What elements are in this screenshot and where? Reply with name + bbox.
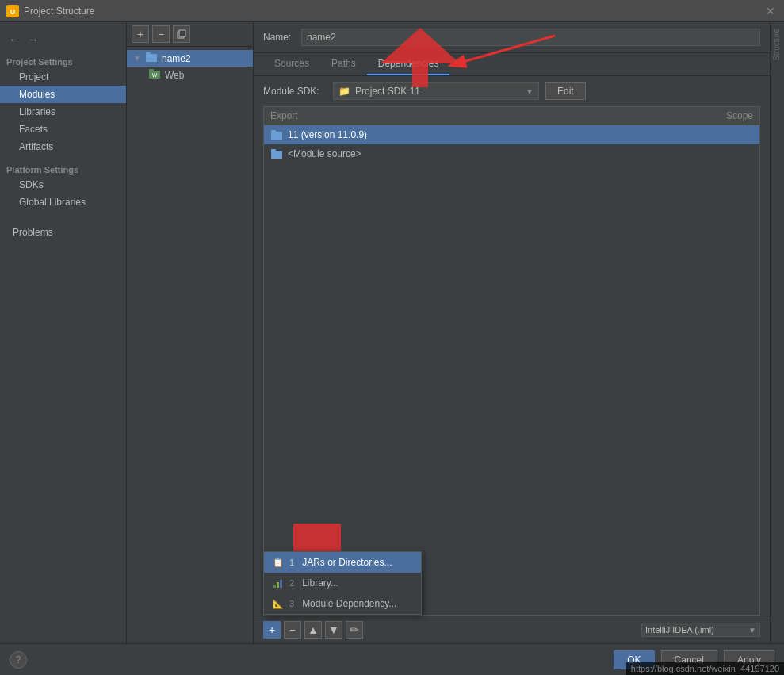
tabs-bar: Sources Paths Dependencies: [254, 53, 770, 76]
row-icon: [270, 148, 283, 160]
dependencies-table: Export Scope 11 (version 11.0.9): [263, 106, 760, 616]
dropdown-item-library[interactable]: 2 Library...: [264, 573, 421, 593]
library-label: Library...: [302, 577, 338, 589]
name-bar: Name:: [254, 22, 770, 53]
tab-sources[interactable]: Sources: [263, 53, 320, 75]
move-up-button[interactable]: ▲: [304, 621, 322, 639]
sidebar-item-modules[interactable]: Modules: [0, 86, 126, 103]
table-body: 11 (version 11.0.9) <Module source>: [264, 125, 759, 615]
forward-button[interactable]: →: [25, 32, 41, 48]
copy-module-button[interactable]: [173, 25, 190, 43]
svg-rect-15: [280, 580, 282, 588]
sidebar-item-global-libs[interactable]: Global Libraries: [0, 194, 126, 211]
add-module-button[interactable]: +: [132, 25, 149, 43]
format-arrow-icon: ▼: [748, 626, 756, 635]
sidebar: ← → Project Settings Project Modules Lib…: [0, 22, 127, 643]
sidebar-item-facets[interactable]: Facets: [0, 121, 126, 138]
content-area: Name: Sources Paths Dependencies Module …: [254, 22, 770, 643]
close-button[interactable]: ✕: [763, 4, 778, 18]
sdk-edit-button[interactable]: Edit: [545, 82, 586, 100]
col-scope-header: Scope: [690, 110, 753, 121]
tab-dependencies[interactable]: Dependencies: [367, 53, 450, 75]
sidebar-item-artifacts[interactable]: Artifacts: [0, 138, 126, 155]
format-value: IntelliJ IDEA (.iml): [645, 625, 745, 635]
module-tree-item-name2[interactable]: ▼ name2: [127, 50, 253, 67]
sdk-folder-icon: 📁: [338, 86, 350, 97]
table-header: Export Scope: [264, 107, 759, 125]
jars-label: JARs or Directories...: [302, 557, 392, 568]
svg-rect-10: [271, 130, 276, 133]
table-row[interactable]: <Module source>: [264, 144, 759, 163]
help-button[interactable]: ?: [10, 651, 27, 669]
add-dependency-button[interactable]: +: [263, 621, 281, 639]
remove-module-button[interactable]: −: [152, 25, 170, 43]
edit-dependency-button[interactable]: ✏: [346, 621, 363, 639]
sdk-label: Module SDK:: [263, 86, 327, 97]
sidebar-item-libraries[interactable]: Libraries: [0, 103, 126, 121]
app-icon: U: [6, 5, 19, 17]
jars-icon: 📋: [272, 556, 285, 569]
module-tree: ▼ name2 W: [127, 47, 253, 643]
svg-rect-13: [273, 585, 276, 588]
right-panel: Structure: [770, 22, 784, 643]
window-title: Project Structure: [24, 6, 94, 17]
row-text: 11 (version 11.0.9): [288, 129, 753, 140]
sidebar-item-sdks[interactable]: SDKs: [0, 176, 126, 194]
platform-settings-label: Platform Settings: [0, 162, 126, 176]
svg-rect-14: [277, 582, 279, 588]
sidebar-item-problems[interactable]: Problems: [0, 224, 126, 241]
sdk-dropdown[interactable]: 📁 Project SDK 11 ▼: [333, 82, 539, 100]
svg-text:U: U: [10, 8, 16, 16]
module-toolbar: + −: [127, 22, 253, 47]
tab-paths[interactable]: Paths: [320, 53, 367, 75]
row-text: <Module source>: [288, 148, 753, 159]
add-dropdown-menu: 📋 1 JARs or Directories... 2: [263, 551, 422, 615]
svg-rect-3: [179, 30, 185, 36]
module-name-label: name2: [162, 53, 191, 64]
title-bar: U Project Structure ✕: [0, 0, 784, 22]
content-bottom-toolbar: + − ▲ ▼ ✏ IntelliJ IDEA (.iml) ▼ 📋 1 JAR…: [254, 616, 770, 643]
structure-tab[interactable]: Structure: [771, 22, 784, 67]
module-dep-icon: 📐: [272, 597, 285, 610]
sdk-row: Module SDK: 📁 Project SDK 11 ▼ Edit: [254, 76, 770, 106]
table-row[interactable]: 11 (version 11.0.9): [264, 125, 759, 144]
dropdown-item-jars[interactable]: 📋 1 JARs or Directories...: [264, 552, 421, 573]
svg-text:W: W: [152, 72, 158, 78]
name-input[interactable]: [301, 29, 760, 46]
svg-rect-12: [271, 149, 276, 152]
project-settings-label: Project Settings: [0, 54, 126, 68]
col-export-header: Export: [270, 110, 690, 121]
move-down-button[interactable]: ▼: [325, 621, 342, 639]
format-selector[interactable]: IntelliJ IDEA (.iml) ▼: [641, 623, 760, 637]
module-web-label: Web: [165, 70, 184, 81]
expand-icon: ▼: [133, 54, 143, 63]
svg-rect-5: [146, 52, 151, 56]
sdk-dropdown-arrow: ▼: [526, 87, 534, 96]
module-dep-label: Module Dependency...: [302, 598, 396, 609]
sidebar-item-project[interactable]: Project: [0, 68, 126, 86]
module-tree-item-web[interactable]: W Web: [127, 67, 253, 83]
row-icon: [270, 128, 283, 141]
sdk-value: Project SDK 11: [355, 86, 521, 97]
url-bar: https://blog.csdn.net/weixin_44197120: [626, 662, 784, 675]
dropdown-item-module-dep[interactable]: 📐 3 Module Dependency...: [264, 593, 421, 614]
library-icon: [272, 577, 285, 589]
remove-dependency-button[interactable]: −: [284, 621, 301, 639]
back-button[interactable]: ←: [6, 32, 22, 48]
name-label: Name:: [263, 32, 295, 43]
sidebar-nav: ← →: [0, 29, 126, 51]
module-panel: + − ▼: [127, 22, 254, 643]
